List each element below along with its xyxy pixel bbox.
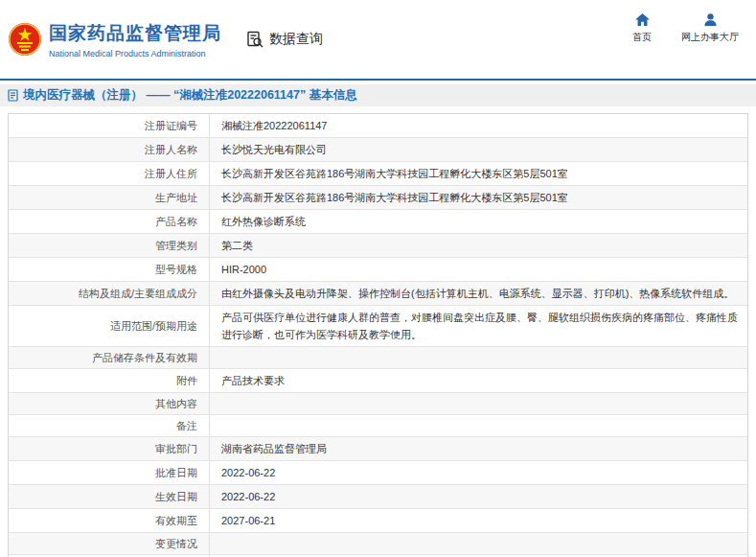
- row-value: 产品技术要求: [210, 369, 747, 392]
- page-header: 国家药品监督管理局 National Medical Products Admi…: [0, 0, 756, 81]
- row-label: 适用范围/预期用途: [9, 306, 210, 346]
- row-value: 红外热像诊断系统: [210, 210, 747, 233]
- table-row: 管理类别第二类: [9, 234, 747, 258]
- row-label: 有效期至: [9, 509, 210, 532]
- row-value-text: 2022-06-22: [221, 488, 275, 505]
- table-row: 产品储存条件及有效期: [9, 347, 747, 369]
- china-national-emblem-icon: [8, 22, 42, 57]
- row-value: [210, 533, 747, 554]
- table-row: 注册人住所长沙高新开发区谷苑路186号湖南大学科技园工程孵化大楼东区第5层501…: [9, 162, 747, 186]
- row-value: 2027-06-21: [210, 509, 747, 532]
- row-value-text: 湘械注准20222061147: [221, 117, 327, 134]
- row-value: [210, 393, 747, 414]
- row-value: HIR-2000: [210, 258, 747, 281]
- row-label: 备注: [9, 415, 210, 436]
- row-value: 2022-06-22: [210, 485, 747, 508]
- row-value: 长沙悦天光电有限公司: [210, 138, 747, 161]
- nav-online-hall-label: 网上办事大厅: [681, 31, 739, 44]
- row-value-text: 由红外摄像头及电动升降架、操作控制台(包括计算机主机、电源系统、显示器、打印机)…: [221, 285, 734, 302]
- table-row: 变更情况: [9, 533, 747, 555]
- row-label-text: 备注: [176, 418, 197, 433]
- info-table: 注册证编号湘械注准20222061147注册人名称长沙悦天光电有限公司注册人住所…: [8, 113, 748, 557]
- table-row: 附件产品技术要求: [9, 369, 747, 393]
- row-label: 变更情况: [9, 533, 210, 554]
- row-label: 注册证编号: [9, 114, 210, 137]
- page-title: 境内医疗器械（注册） —— “湘械注准20222061147” 基本信息: [23, 87, 357, 104]
- row-value: 长沙高新开发区谷苑路186号湖南大学科技园工程孵化大楼东区第5层501室: [210, 162, 747, 185]
- row-value-text: HIR-2000: [221, 261, 266, 278]
- nav-home-label: 首页: [632, 31, 652, 44]
- table-row: 注册人名称长沙悦天光电有限公司: [9, 138, 747, 162]
- row-label-text: 变更情况: [155, 536, 197, 551]
- home-icon: [635, 13, 650, 27]
- row-label: 管理类别: [9, 234, 210, 257]
- table-row: 产品名称红外热像诊断系统: [9, 210, 747, 234]
- table-row: 备注: [9, 415, 747, 437]
- row-label-text: 注册人名称: [145, 142, 197, 157]
- row-value: 第二类: [210, 234, 747, 257]
- row-value-text: 2027-06-21: [221, 512, 275, 529]
- data-query-label: 数据查询: [269, 31, 323, 48]
- table-row: 其他内容: [9, 393, 747, 415]
- row-label: 批准日期: [9, 461, 210, 484]
- row-label-text: 产品名称: [155, 214, 197, 229]
- row-value: 长沙高新开发区谷苑路186号湖南大学科技园工程孵化大楼东区第5层501室: [210, 186, 747, 209]
- brand-title: 国家药品监督管理局: [49, 21, 221, 46]
- row-label: 生产地址: [9, 186, 210, 209]
- row-label-text: 注册证编号: [145, 118, 197, 133]
- nav-item-home[interactable]: 首页: [626, 13, 658, 44]
- row-label-text: 批准日期: [155, 465, 197, 480]
- row-value-text: 红外热像诊断系统: [221, 213, 306, 230]
- table-row: 有效期至2027-06-21: [9, 509, 747, 533]
- row-value: [210, 415, 747, 436]
- table-row: 审批部门湖南省药品监督管理局: [9, 437, 747, 461]
- row-label-text: 结构及组成/主要组成成分: [79, 286, 197, 301]
- row-label: 产品名称: [9, 210, 210, 233]
- row-label-text: 型号规格: [155, 262, 197, 277]
- table-row: 型号规格HIR-2000: [9, 258, 747, 282]
- row-value-text: 产品可供医疗单位进行健康人群的普查，对腰椎间盘突出症及腰、臀、腿软组织损伤疾病的…: [221, 309, 740, 343]
- row-value: [210, 347, 747, 368]
- row-value: 产品可供医疗单位进行健康人群的普查，对腰椎间盘突出症及腰、臀、腿软组织损伤疾病的…: [210, 306, 747, 346]
- row-label: 注册人名称: [9, 138, 210, 161]
- nmpa-brand: 国家药品监督管理局 National Medical Products Admi…: [8, 21, 221, 58]
- row-label-text: 产品储存条件及有效期: [92, 350, 197, 365]
- row-label-text: 管理类别: [155, 238, 197, 253]
- row-label-text: 适用范围/预期用途: [110, 318, 197, 334]
- row-value-text: 长沙高新开发区谷苑路186号湖南大学科技园工程孵化大楼东区第5层501室: [221, 165, 568, 182]
- document-icon: [8, 89, 18, 102]
- table-row: 结构及组成/主要组成成分由红外摄像头及电动升降架、操作控制台(包括计算机主机、电…: [9, 282, 747, 306]
- row-label: 审批部门: [9, 437, 210, 460]
- row-label-text: 附件: [176, 373, 197, 388]
- table-row: 生产地址长沙高新开发区谷苑路186号湖南大学科技园工程孵化大楼东区第5层501室: [9, 186, 747, 210]
- row-value: 湖南省药品监督管理局: [210, 437, 747, 460]
- data-query-nav[interactable]: 数据查询: [246, 31, 323, 49]
- document-search-icon: [246, 31, 264, 49]
- row-label: 产品储存条件及有效期: [9, 347, 210, 368]
- brand-subtitle: National Medical Products Administration: [49, 49, 221, 58]
- row-label-text: 有效期至: [155, 513, 197, 528]
- row-value-text: 长沙悦天光电有限公司: [221, 141, 327, 158]
- row-label: 注册人住所: [9, 162, 210, 185]
- row-label: 型号规格: [9, 258, 210, 281]
- row-value: 湘械注准20222061147: [210, 114, 747, 137]
- nav-item-online-hall[interactable]: 网上办事大厅: [681, 13, 739, 44]
- table-row: 生效日期2022-06-22: [9, 485, 747, 509]
- row-label: 其他内容: [9, 393, 210, 414]
- top-nav: 首页 网上办事大厅: [626, 13, 739, 44]
- row-label-text: 注册人住所: [145, 166, 197, 181]
- table-row: 批准日期2022-06-22: [9, 461, 747, 485]
- table-row: 适用范围/预期用途产品可供医疗单位进行健康人群的普查，对腰椎间盘突出症及腰、臀、…: [9, 306, 747, 347]
- row-label: 附件: [9, 369, 210, 392]
- row-label-text: 审批部门: [155, 441, 197, 456]
- row-value-text: 产品技术要求: [221, 372, 285, 389]
- row-label: 结构及组成/主要组成成分: [9, 282, 210, 305]
- row-value-text: 长沙高新开发区谷苑路186号湖南大学科技园工程孵化大楼东区第5层501室: [221, 189, 568, 206]
- table-row: 注册证编号湘械注准20222061147: [9, 114, 747, 138]
- row-label-text: 其他内容: [155, 396, 197, 411]
- page-title-band: 境内医疗器械（注册） —— “湘械注准20222061147” 基本信息: [0, 84, 756, 106]
- row-label-text: 生产地址: [155, 190, 197, 205]
- row-label-text: 生效日期: [155, 489, 197, 504]
- row-value-text: 湖南省药品监督管理局: [221, 440, 327, 457]
- row-value: 由红外摄像头及电动升降架、操作控制台(包括计算机主机、电源系统、显示器、打印机)…: [210, 282, 747, 305]
